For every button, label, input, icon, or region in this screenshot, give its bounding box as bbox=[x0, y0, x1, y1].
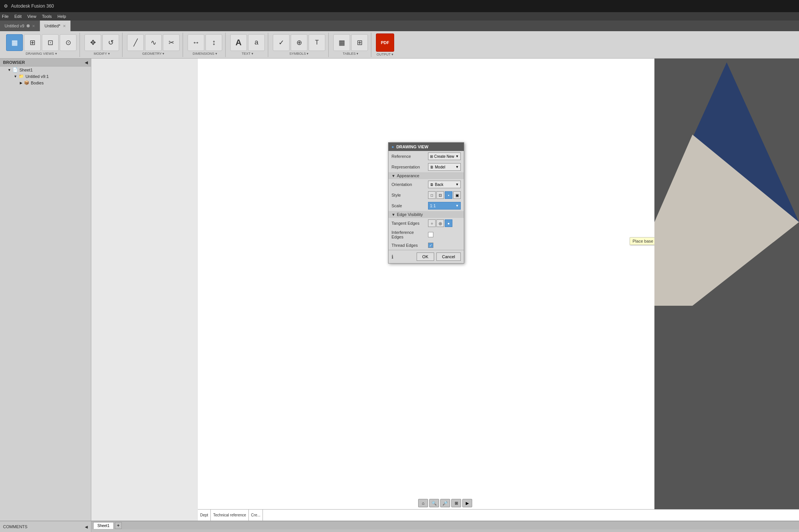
style-btn-shaded[interactable]: ▪ bbox=[445, 191, 452, 199]
canvas[interactable]: B C D E ● bbox=[91, 59, 799, 521]
appearance-section-header[interactable]: ▼ Appearance bbox=[388, 172, 464, 179]
toolbar-btn-pdf[interactable]: PDF bbox=[376, 33, 394, 52]
menu-item-file[interactable]: File bbox=[2, 14, 9, 19]
sidebar: BROWSER ◀ ▼ 📄 Sheet1 ▼ 📁 Untitled v9:1 ▶… bbox=[0, 59, 91, 521]
toolbar-btn-sym2[interactable]: ⊕ bbox=[291, 34, 307, 51]
sheet-icon: 📄 bbox=[13, 67, 18, 72]
scale-arrow: ▼ bbox=[455, 204, 459, 208]
nav-more-btn[interactable]: ▶ bbox=[462, 499, 472, 507]
interference-edges-checkbox[interactable] bbox=[428, 232, 433, 237]
thread-edges-checkbox[interactable]: ✓ bbox=[428, 243, 433, 248]
toolbar-btn-section[interactable]: ⊡ bbox=[42, 34, 59, 51]
toolbar-btn-projected[interactable]: ⊞ bbox=[24, 34, 41, 51]
toolbar-btn-line[interactable]: ╱ bbox=[127, 34, 144, 51]
nav-zoom-out-btn[interactable]: 🔍 bbox=[429, 499, 439, 507]
toolbar-btn-check[interactable]: ✓ bbox=[273, 34, 290, 51]
toolbar-btn-base-view[interactable]: ▦ bbox=[6, 34, 23, 51]
toolbar-btn-dim2[interactable]: ↕ bbox=[205, 34, 222, 51]
toolbar-btn-text-sm[interactable]: a bbox=[248, 34, 265, 51]
style-label: Style bbox=[392, 193, 426, 197]
cancel-button[interactable]: Cancel bbox=[436, 253, 461, 261]
dimensions-label: DIMENSIONS ▾ bbox=[193, 52, 217, 56]
menu-item-view[interactable]: View bbox=[27, 14, 37, 19]
toolbar-btn-table2[interactable]: ⊞ bbox=[351, 34, 368, 51]
reference-control: ⊞ Create New ▼ bbox=[428, 152, 461, 160]
toolbar-btn-move[interactable]: ✥ bbox=[84, 34, 101, 51]
style-btn-solid[interactable]: □ bbox=[428, 191, 436, 199]
menu-item-edit[interactable]: Edit bbox=[14, 14, 22, 19]
right-preview-panel bbox=[654, 59, 799, 521]
toolbar-group-symbols: ✓ ⊕ T SYMBOLS ▾ bbox=[270, 33, 329, 57]
main-area: BROWSER ◀ ▼ 📄 Sheet1 ▼ 📁 Untitled v9:1 ▶… bbox=[0, 59, 799, 521]
sidebar-header: BROWSER ◀ bbox=[0, 59, 91, 67]
browser-item-sheet1[interactable]: ▼ 📄 Sheet1 bbox=[0, 67, 91, 73]
edge-visibility-section-header[interactable]: ▼ Edge Visibility bbox=[388, 211, 464, 218]
interference-edges-label: Interference Edges bbox=[392, 230, 426, 239]
sidebar-collapse-icon[interactable]: ◀ bbox=[85, 60, 88, 65]
tech-ref-label: Technical reference bbox=[213, 513, 246, 517]
toolbar-btn-spline[interactable]: ∿ bbox=[145, 34, 162, 51]
toolbar-group-dimensions: ↔ ↕ DIMENSIONS ▾ bbox=[185, 33, 226, 57]
scale-label: Scale bbox=[392, 203, 426, 208]
dept-label: Dept bbox=[200, 513, 208, 517]
table1-icon: ▦ bbox=[339, 38, 345, 47]
line-icon: ╱ bbox=[134, 38, 138, 47]
dialog-row-interference-edges: Interference Edges bbox=[388, 229, 464, 241]
tangent-btn-1[interactable]: ○ bbox=[428, 219, 436, 227]
reference-new-label: Create New bbox=[434, 154, 454, 159]
toolbar: ▦ ⊞ ⊡ ⊙ DRAWING VIEWS ▾ ✥ ↺ MODIFY ▾ bbox=[0, 31, 799, 59]
toolbar-btn-trim[interactable]: ✂ bbox=[163, 34, 180, 51]
style-control: □ ⊡ ▪ ▣ bbox=[428, 191, 461, 199]
reference-dropdown-arrow: ▼ bbox=[455, 154, 459, 158]
browser-item-bodies[interactable]: ▶ 📦 Bodies bbox=[0, 79, 91, 86]
style-btn-hidden[interactable]: ⊡ bbox=[436, 191, 444, 199]
dialog-row-style: Style □ ⊡ ▪ ▣ bbox=[388, 190, 464, 200]
comments-title: COMMENTS bbox=[3, 524, 27, 529]
title-cell-dept: Dept bbox=[198, 510, 211, 521]
tangent-btn-3[interactable]: ● bbox=[445, 219, 452, 227]
orientation-dropdown[interactable]: 🗎 Back ▼ bbox=[428, 181, 461, 188]
orientation-value: Back bbox=[435, 183, 454, 187]
sheet-tab-1[interactable]: Sheet1 bbox=[93, 522, 114, 529]
tab-close-active-icon[interactable]: ✕ bbox=[63, 24, 66, 28]
nav-zoom-in-btn[interactable]: 🔎 bbox=[440, 499, 450, 507]
browser-item-untitled[interactable]: ▼ 📁 Untitled v9:1 bbox=[0, 73, 91, 79]
edge-visibility-arrow-icon: ▼ bbox=[392, 213, 395, 217]
symbols-label: SYMBOLS ▾ bbox=[289, 52, 309, 56]
bottom-nav: ⌂ 🔍 🔎 ⊞ ▶ bbox=[418, 499, 472, 507]
tab-close-icon[interactable]: ✕ bbox=[32, 24, 35, 28]
spline-icon: ∿ bbox=[151, 38, 156, 47]
scale-input[interactable]: 1:1 ▼ bbox=[428, 202, 461, 210]
style-btn-shaded-edges[interactable]: ▣ bbox=[453, 191, 461, 199]
toolbar-btn-dim1[interactable]: ↔ bbox=[188, 34, 204, 51]
nav-fit-btn[interactable]: ⊞ bbox=[451, 499, 461, 507]
toolbar-btn-table1[interactable]: ▦ bbox=[333, 34, 350, 51]
representation-icon: 🗎 bbox=[430, 165, 434, 169]
ok-button[interactable]: OK bbox=[417, 253, 434, 261]
reference-dropdown[interactable]: ⊞ Create New ▼ bbox=[428, 152, 461, 160]
title-cell-tech-ref: Technical reference bbox=[211, 510, 249, 521]
menu-item-tools[interactable]: Tools bbox=[42, 14, 52, 19]
toolbar-group-tables: ▦ ⊞ TABLES ▾ bbox=[330, 33, 371, 57]
title-cell-create: Cre... bbox=[249, 510, 263, 521]
tab-untitled-active[interactable]: Untitled* ✕ bbox=[40, 21, 71, 31]
toolbar-btn-text-lg[interactable]: A bbox=[230, 34, 247, 51]
expand-icon-3: ▶ bbox=[20, 81, 22, 85]
folder-icon: 📁 bbox=[19, 74, 24, 79]
toolbar-btn-sym3[interactable]: T bbox=[309, 34, 325, 51]
sheet-tab-label: Sheet1 bbox=[97, 524, 110, 528]
toolbar-group-text: A a TEXT ▾ bbox=[227, 33, 268, 57]
representation-dropdown[interactable]: 🗎 Model ▼ bbox=[428, 163, 461, 171]
tangent-btn-2[interactable]: ◎ bbox=[436, 219, 444, 227]
rotate-icon: ↺ bbox=[108, 38, 114, 47]
menu-item-help[interactable]: Help bbox=[57, 14, 66, 19]
toolbar-group-geometry: ╱ ∿ ✂ GEOMETRY ▾ bbox=[124, 33, 183, 57]
dialog-row-representation: Representation 🗎 Model ▼ bbox=[388, 162, 464, 172]
toolbar-btn-rotate[interactable]: ↺ bbox=[102, 34, 119, 51]
interference-edges-control bbox=[428, 232, 461, 237]
add-sheet-button[interactable]: + bbox=[115, 522, 122, 529]
nav-home-btn[interactable]: ⌂ bbox=[418, 499, 428, 507]
tab-untitled-v9[interactable]: Untitled v9 ✕ bbox=[0, 21, 40, 31]
comments-collapse-icon[interactable]: ◀ bbox=[85, 525, 88, 529]
toolbar-btn-detail[interactable]: ⊙ bbox=[60, 34, 76, 51]
